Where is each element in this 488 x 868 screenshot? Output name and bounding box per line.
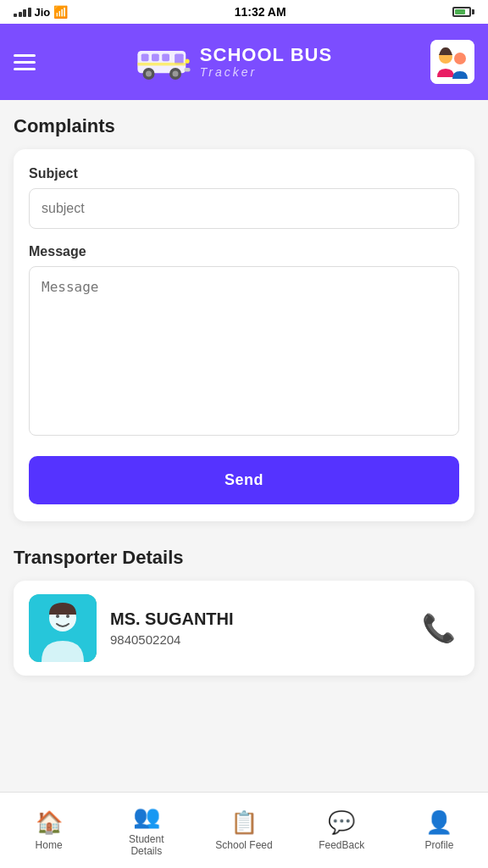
wifi-icon: 📶 [53,5,68,19]
nav-feedback-label: FeedBack [319,839,364,851]
svg-point-10 [185,58,189,63]
svg-point-17 [56,615,59,618]
app-header: SCHOOL BUS Tracker [0,24,488,100]
svg-rect-1 [175,53,184,64]
svg-rect-12 [430,40,474,84]
nav-student-details[interactable]: 👥 StudentDetails [97,804,195,858]
svg-point-14 [454,53,466,64]
svg-rect-2 [141,53,149,61]
svg-rect-4 [162,53,169,61]
nav-home-label: Home [36,839,63,851]
nav-school-feed[interactable]: 📋 School Feed [195,810,292,851]
transporter-card: MS. SUGANTHI 9840502204 📞 [14,581,474,676]
status-time: 11:32 AM [235,5,286,19]
nav-student-label: StudentDetails [129,833,164,858]
complaints-title: Complaints [14,115,474,137]
app-title-sub: Tracker [200,65,257,79]
nav-home[interactable]: 🏠 Home [0,810,97,851]
svg-rect-3 [152,53,159,61]
transporter-phone: 9840502204 [110,632,405,647]
complaints-card: Subject Message Send [14,149,474,521]
phone-icon: 📞 [422,612,456,644]
student-icon: 👥 [133,804,160,830]
main-content: Complaints Subject Message Send Transpor… [0,100,488,760]
feed-icon: 📋 [230,810,258,836]
nav-feedback[interactable]: 💬 FeedBack [293,810,391,851]
send-button[interactable]: Send [29,456,459,504]
transporter-name: MS. SUGANTHI [110,609,405,629]
call-button[interactable]: 📞 [419,608,459,648]
nav-profile-label: Profile [424,839,453,851]
transporter-info: MS. SUGANTHI 9840502204 [110,609,405,647]
status-bar: Jio 📶 11:32 AM [0,0,488,24]
transporter-title: Transporter Details [14,547,474,569]
svg-point-8 [172,70,178,76]
transporter-avatar [29,594,97,662]
home-icon: 🏠 [36,810,63,836]
status-left: Jio 📶 [14,5,68,19]
message-input[interactable] [29,266,459,436]
menu-button[interactable] [14,54,36,70]
subject-label: Subject [29,166,459,181]
battery-icon [452,7,474,17]
app-title-main: SCHOOL BUS [200,45,332,65]
feedback-icon: 💬 [328,810,355,836]
app-title: SCHOOL BUS Tracker [200,45,332,79]
avatar[interactable] [430,40,474,84]
nav-profile[interactable]: 👤 Profile [391,810,488,851]
svg-rect-11 [184,68,190,71]
bottom-nav: 🏠 Home 👥 StudentDetails 📋 School Feed 💬 … [0,792,488,868]
status-right [452,7,474,17]
signal-icon [14,8,31,17]
app-logo: SCHOOL BUS Tracker [134,39,332,86]
svg-point-6 [146,70,152,76]
carrier-label: Jio [35,6,51,19]
subject-input[interactable] [29,188,459,229]
message-label: Message [29,244,459,259]
svg-point-18 [66,615,69,618]
bus-icon [134,39,193,86]
profile-icon: 👤 [425,810,452,836]
svg-rect-9 [137,62,186,65]
nav-feed-label: School Feed [215,839,272,851]
